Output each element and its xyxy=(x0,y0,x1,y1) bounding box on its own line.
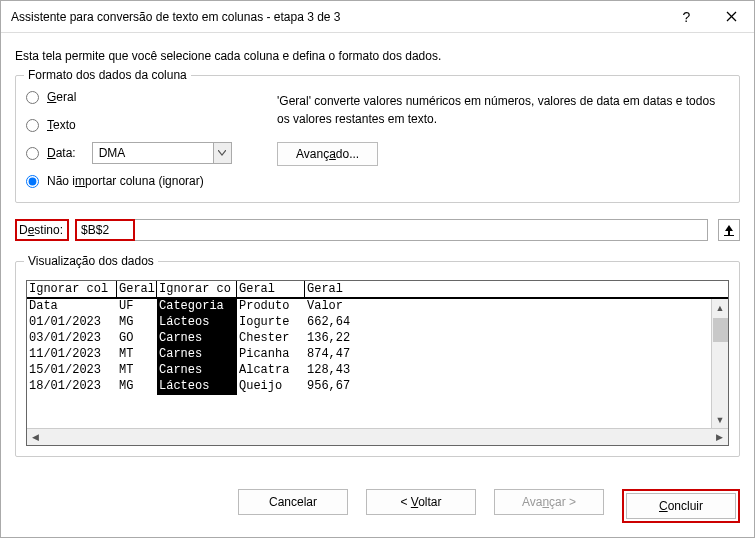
col-header[interactable]: Ignorar col xyxy=(27,281,117,297)
instruction-text: Esta tela permite que você selecione cad… xyxy=(15,49,740,63)
table-row: 03/01/2023GOCarnesChester136,22 xyxy=(27,331,711,347)
table-cell: 01/01/2023 xyxy=(27,315,117,331)
col-header[interactable]: Geral xyxy=(305,281,375,297)
cancel-button[interactable]: Cancelar xyxy=(238,489,348,515)
table-cell: Data xyxy=(27,299,117,315)
table-cell: 15/01/2023 xyxy=(27,363,117,379)
table-cell: Chester xyxy=(237,331,305,347)
radio-general-input[interactable] xyxy=(26,91,39,104)
table-cell: Valor xyxy=(305,299,375,315)
chevron-down-icon[interactable] xyxy=(213,143,231,163)
svg-rect-3 xyxy=(728,231,730,235)
date-order-value: DMA xyxy=(93,146,213,160)
table-row: DataUFCategoriaProdutoValor xyxy=(27,299,711,315)
table-cell: 18/01/2023 xyxy=(27,379,117,395)
preview-header-row: Ignorar col Geral Ignorar co Geral Geral xyxy=(27,281,728,299)
table-cell: Categoria xyxy=(157,299,237,315)
scroll-left-icon[interactable]: ◀ xyxy=(27,429,44,445)
data-preview-group: Visualização dos dados Ignorar col Geral… xyxy=(15,261,740,457)
table-cell: Queijo xyxy=(237,379,305,395)
table-cell: Iogurte xyxy=(237,315,305,331)
table-cell: Carnes xyxy=(157,363,237,379)
back-button[interactable]: < Voltar xyxy=(366,489,476,515)
radio-text[interactable]: Texto xyxy=(26,114,261,136)
window-title: Assistente para conversão de texto em co… xyxy=(11,10,664,24)
radio-general[interactable]: Geral xyxy=(26,86,261,108)
table-cell: MG xyxy=(117,379,157,395)
titlebar: Assistente para conversão de texto em co… xyxy=(1,1,754,33)
date-order-combobox[interactable]: DMA xyxy=(92,142,232,164)
table-cell: 03/01/2023 xyxy=(27,331,117,347)
scroll-down-icon[interactable]: ▼ xyxy=(712,411,728,428)
close-icon xyxy=(726,11,737,22)
table-cell: Carnes xyxy=(157,347,237,363)
radio-skip-input[interactable] xyxy=(26,175,39,188)
table-cell: MT xyxy=(117,347,157,363)
radio-skip[interactable]: Não importar coluna (ignorar) xyxy=(26,170,261,192)
radio-general-label: Geral xyxy=(47,90,76,104)
scroll-up-icon[interactable]: ▲ xyxy=(712,299,728,316)
range-selector-icon xyxy=(723,224,735,236)
help-button[interactable]: ? xyxy=(664,2,709,32)
destination-input-wrap[interactable] xyxy=(75,219,708,241)
table-row: 01/01/2023MGLácteosIogurte662,64 xyxy=(27,315,711,331)
table-cell: MG xyxy=(117,315,157,331)
column-format-group: Formato dos dados da coluna Geral Texto … xyxy=(15,75,740,203)
horizontal-scrollbar[interactable]: ◀ ▶ xyxy=(27,428,728,445)
finish-button[interactable]: Concluir xyxy=(626,493,736,519)
close-button[interactable] xyxy=(709,2,754,32)
destination-label: Destino: xyxy=(19,223,63,237)
data-preview-grid[interactable]: Ignorar col Geral Ignorar co Geral Geral… xyxy=(26,280,729,446)
vertical-scrollbar[interactable]: ▲ ▼ xyxy=(711,299,728,428)
col-header[interactable]: Geral xyxy=(117,281,157,297)
destination-input[interactable] xyxy=(75,219,135,241)
table-cell: 956,67 xyxy=(305,379,375,395)
radio-skip-label: Não importar coluna (ignorar) xyxy=(47,174,204,188)
table-cell: 128,43 xyxy=(305,363,375,379)
radio-text-label: Texto xyxy=(47,118,76,132)
table-cell: Carnes xyxy=(157,331,237,347)
table-cell: UF xyxy=(117,299,157,315)
svg-marker-2 xyxy=(725,225,733,231)
svg-rect-4 xyxy=(724,235,734,236)
wizard-dialog: Assistente para conversão de texto em co… xyxy=(0,0,755,538)
table-cell: Produto xyxy=(237,299,305,315)
table-cell: Picanha xyxy=(237,347,305,363)
radio-date-label: Data: xyxy=(47,146,76,160)
range-selector-button[interactable] xyxy=(718,219,740,241)
table-cell: 662,64 xyxy=(305,315,375,331)
scroll-right-icon[interactable]: ▶ xyxy=(711,429,728,445)
table-cell: Lácteos xyxy=(157,315,237,331)
col-header[interactable]: Geral xyxy=(237,281,305,297)
table-cell: 136,22 xyxy=(305,331,375,347)
data-preview-legend: Visualização dos dados xyxy=(24,254,158,268)
column-format-legend: Formato dos dados da coluna xyxy=(24,68,191,82)
table-cell: 874,47 xyxy=(305,347,375,363)
table-cell: Lácteos xyxy=(157,379,237,395)
scroll-thumb[interactable] xyxy=(713,318,728,342)
table-cell: Alcatra xyxy=(237,363,305,379)
col-header[interactable]: Ignorar co xyxy=(157,281,237,297)
radio-text-input[interactable] xyxy=(26,119,39,132)
dialog-footer: Cancelar < Voltar Avançar > Concluir xyxy=(1,475,754,537)
table-row: 15/01/2023MTCarnesAlcatra128,43 xyxy=(27,363,711,379)
table-cell: GO xyxy=(117,331,157,347)
table-cell: 11/01/2023 xyxy=(27,347,117,363)
table-row: 18/01/2023MGLácteosQueijo956,67 xyxy=(27,379,711,395)
radio-date-input[interactable] xyxy=(26,147,39,160)
table-row: 11/01/2023MTCarnesPicanha874,47 xyxy=(27,347,711,363)
format-description: 'Geral' converte valores numéricos em nú… xyxy=(277,92,721,128)
next-button: Avançar > xyxy=(494,489,604,515)
table-cell: MT xyxy=(117,363,157,379)
advanced-button[interactable]: Avançado... xyxy=(277,142,378,166)
